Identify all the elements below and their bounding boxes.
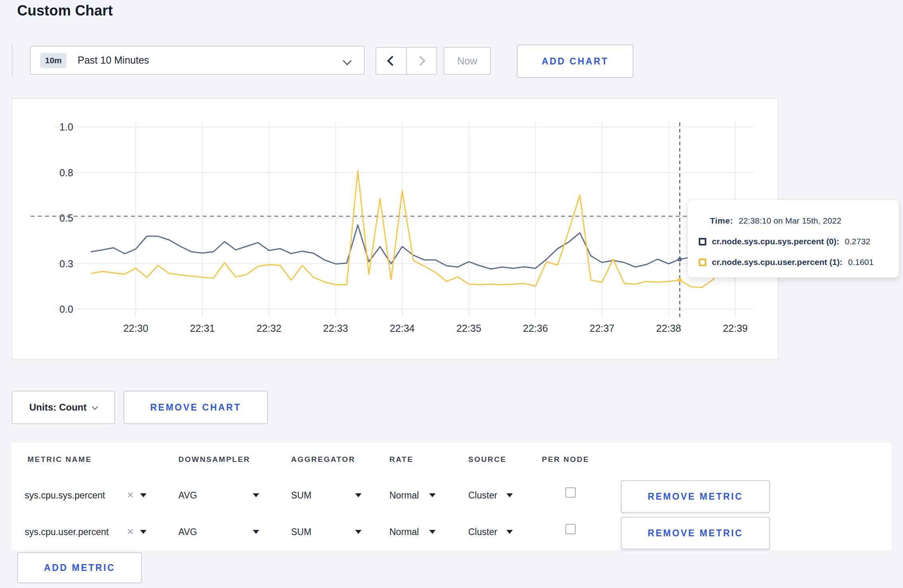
remove-metric-x-icon[interactable]: ✕: [127, 477, 134, 513]
rate-select[interactable]: Normal: [389, 514, 419, 550]
remove-chart-button[interactable]: REMOVE CHART: [123, 391, 268, 424]
tooltip-time-row: Time: 22:38:10 on Mar 15th, 2022: [699, 214, 889, 228]
timeseries-chart[interactable]: 0.00.30.50.81.022:3022:3122:3222:3322:34…: [12, 99, 778, 359]
metric-row: sys.cpu.sys.percent ✕ AVG SUM Normal Clu…: [12, 477, 891, 513]
downsampler-caret-icon[interactable]: [253, 514, 259, 550]
svg-text:22:31: 22:31: [190, 323, 215, 334]
add-chart-button[interactable]: ADD CHART: [517, 45, 633, 78]
time-range-selector[interactable]: 10m Past 10 Minutes: [30, 46, 365, 75]
tooltip-series-label: cr.node.sys.cpu.sys.percent (0):: [712, 237, 839, 246]
metric-name-value: sys.cpu.sys.percent: [25, 477, 105, 513]
svg-text:22:39: 22:39: [723, 323, 748, 334]
page-title: Custom Chart: [17, 2, 113, 19]
series-user-swatch-icon: [699, 259, 706, 266]
remove-metric-x-icon[interactable]: ✕: [127, 514, 134, 550]
per-node-checkbox[interactable]: [565, 487, 576, 498]
time-range-label: Past 10 Minutes: [78, 55, 149, 66]
svg-text:22:30: 22:30: [123, 323, 149, 334]
metric-row: sys.cpu.user.percent ✕ AVG SUM Normal Cl…: [12, 514, 891, 550]
time-range-badge: 10m: [40, 53, 66, 68]
downsampler-caret-icon[interactable]: [253, 477, 259, 513]
svg-text:0.3: 0.3: [59, 258, 73, 269]
remove-metric-button[interactable]: REMOVE METRIC: [621, 517, 770, 549]
downsampler-select[interactable]: AVG: [178, 514, 197, 550]
svg-text:22:32: 22:32: [256, 323, 281, 334]
tooltip-series-row: cr.node.sys.cpu.sys.percent (0): 0.2732: [699, 234, 889, 249]
aggregator-select[interactable]: SUM: [291, 477, 311, 513]
metric-name-caret-icon[interactable]: [140, 514, 147, 550]
column-header-rate: RATE: [389, 455, 413, 464]
column-header-downsampler: DOWNSAMPLER: [178, 455, 250, 464]
chevron-right-icon: [415, 56, 425, 66]
chevron-down-icon: [343, 56, 352, 66]
metric-name-value: sys.cpu.user.percent: [25, 514, 109, 550]
source-caret-icon[interactable]: [506, 477, 513, 513]
metric-name-caret-icon[interactable]: [140, 477, 147, 513]
rate-caret-icon[interactable]: [429, 477, 436, 513]
svg-text:22:35: 22:35: [456, 323, 481, 334]
source-select[interactable]: Cluster: [468, 514, 497, 550]
svg-text:0.8: 0.8: [59, 167, 73, 178]
column-header-per-node: PER NODE: [542, 455, 589, 464]
svg-text:22:33: 22:33: [323, 323, 348, 334]
source-caret-icon[interactable]: [506, 514, 513, 550]
tooltip-time-value: 22:38:10 on Mar 15th, 2022: [739, 216, 841, 226]
column-header-source: SOURCE: [468, 455, 506, 464]
remove-metric-button[interactable]: REMOVE METRIC: [621, 480, 770, 513]
chevron-left-icon: [387, 56, 397, 66]
rate-caret-icon[interactable]: [429, 514, 436, 550]
column-header-aggregator: AGGREGATOR: [291, 455, 356, 464]
chevron-down-icon: [92, 403, 98, 410]
prev-range-button[interactable]: [376, 48, 406, 74]
tooltip-series-value: 0.1601: [848, 257, 874, 267]
chart-tooltip: Time: 22:38:10 on Mar 15th, 2022 cr.node…: [688, 200, 899, 278]
per-node-checkbox[interactable]: [565, 524, 576, 534]
aggregator-caret-icon[interactable]: [355, 514, 362, 550]
downsampler-select[interactable]: AVG: [178, 477, 197, 513]
svg-text:22:36: 22:36: [523, 323, 548, 334]
svg-text:22:37: 22:37: [590, 323, 615, 334]
now-button[interactable]: Now: [444, 47, 491, 75]
source-select[interactable]: Cluster: [468, 477, 497, 513]
aggregator-select[interactable]: SUM: [291, 514, 311, 550]
svg-text:22:38: 22:38: [656, 323, 681, 334]
column-header-metric-name: METRIC NAME: [27, 455, 92, 464]
units-dropdown[interactable]: Units: Count: [12, 391, 115, 424]
custom-chart-page: Custom Chart 10m Past 10 Minutes Now ADD…: [0, 0, 903, 588]
add-metric-button[interactable]: ADD METRIC: [17, 552, 142, 583]
tooltip-series-label: cr.node.sys.cpu.user.percent (1):: [712, 257, 842, 267]
svg-text:0.0: 0.0: [59, 304, 73, 315]
svg-text:1.0: 1.0: [59, 121, 73, 132]
next-range-button[interactable]: [406, 48, 437, 74]
tooltip-series-row: cr.node.sys.cpu.user.percent (1): 0.1601: [699, 255, 889, 269]
units-label: Units: Count: [29, 402, 87, 413]
rate-select[interactable]: Normal: [389, 477, 419, 513]
metrics-table-header: METRIC NAME DOWNSAMPLER AGGREGATOR RATE …: [12, 443, 891, 477]
metrics-table-rows: sys.cpu.sys.percent ✕ AVG SUM Normal Clu…: [12, 477, 891, 550]
time-pager: [375, 47, 437, 75]
tooltip-time-label: Time:: [710, 216, 733, 226]
toolbar-divider: [12, 45, 13, 76]
tooltip-series-value: 0.2732: [845, 237, 870, 246]
svg-text:0.5: 0.5: [59, 212, 73, 224]
series-sys-swatch-icon: [699, 238, 706, 245]
chart-card: 0.00.30.50.81.022:3022:3122:3222:3322:34…: [12, 98, 779, 360]
aggregator-caret-icon[interactable]: [355, 477, 362, 513]
svg-text:22:34: 22:34: [390, 323, 415, 334]
